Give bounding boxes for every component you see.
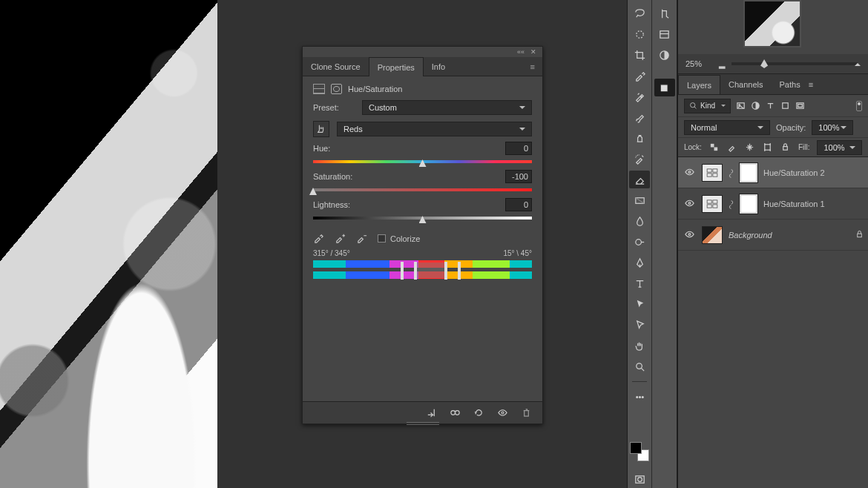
visibility-icon[interactable] xyxy=(683,198,696,210)
quick-mask-icon[interactable] xyxy=(629,470,650,488)
lock-pixels-icon[interactable] xyxy=(727,142,737,153)
direct-select-tool-icon[interactable] xyxy=(629,316,650,334)
eyedropper-add-icon[interactable] xyxy=(335,232,346,245)
crop-tool-icon[interactable] xyxy=(629,46,650,64)
preset-select[interactable]: Custom xyxy=(362,100,532,115)
color-range-spectrum[interactable] xyxy=(313,260,532,281)
layer-row[interactable]: Hue/Saturation 1 xyxy=(678,188,868,220)
healing-brush-tool-icon[interactable] xyxy=(629,88,650,105)
lock-transparent-icon[interactable] xyxy=(709,142,720,153)
panel-icon[interactable] xyxy=(654,4,675,22)
zoom-slider[interactable] xyxy=(731,62,858,65)
brush-tool-icon[interactable] xyxy=(629,108,650,126)
blur-tool-icon[interactable] xyxy=(629,212,650,230)
navigator-thumbnail[interactable] xyxy=(743,0,801,47)
eraser-tool-icon[interactable] xyxy=(629,171,650,188)
color-swatches[interactable] xyxy=(630,442,649,461)
view-previous-icon[interactable] xyxy=(449,407,461,419)
eyedropper-icon[interactable] xyxy=(313,232,324,245)
zoom-tool-icon[interactable] xyxy=(629,357,650,375)
layer-row[interactable]: Hue/Saturation 2 xyxy=(678,157,868,188)
trash-icon[interactable] xyxy=(520,407,532,419)
lightness-slider[interactable] xyxy=(313,214,532,222)
tab-channels[interactable]: Channels xyxy=(720,75,771,94)
filter-adjust-icon[interactable] xyxy=(750,101,760,111)
zoom-value[interactable]: 25% xyxy=(678,59,714,68)
history-brush-tool-icon[interactable] xyxy=(629,150,650,168)
close-icon[interactable]: ✕ xyxy=(530,48,536,56)
collapse-icon[interactable]: «« xyxy=(517,48,525,56)
svg-point-0 xyxy=(450,411,455,415)
type-tool-icon[interactable] xyxy=(629,274,650,292)
visibility-icon[interactable] xyxy=(683,167,696,179)
panel-menu-icon[interactable]: ≡ xyxy=(809,80,813,89)
dodge-tool-icon[interactable] xyxy=(629,233,650,251)
layer-name[interactable]: Hue/Saturation 2 xyxy=(763,168,864,177)
eyedropper-subtract-icon[interactable] xyxy=(356,232,367,245)
channel-select[interactable]: Reds xyxy=(337,122,532,136)
filter-pixel-icon[interactable] xyxy=(735,101,746,111)
layer-name[interactable]: Background xyxy=(729,231,849,240)
panel-menu-icon[interactable]: ≡ xyxy=(523,62,542,71)
canvas-viewport[interactable] xyxy=(0,0,217,488)
pen-tool-icon[interactable] xyxy=(629,254,650,271)
clone-stamp-tool-icon[interactable] xyxy=(629,129,650,147)
lasso-tool-icon[interactable] xyxy=(629,4,650,22)
lock-icon xyxy=(855,230,864,240)
blend-mode-select[interactable]: Normal xyxy=(684,120,770,135)
filter-toggle[interactable] xyxy=(856,101,862,111)
filter-shape-icon[interactable] xyxy=(780,101,790,111)
visibility-icon[interactable] xyxy=(496,407,508,419)
zoom-in-icon[interactable] xyxy=(855,60,861,66)
quick-select-tool-icon[interactable] xyxy=(629,25,650,43)
lock-artboard-icon[interactable] xyxy=(763,142,773,153)
tab-paths[interactable]: Paths xyxy=(772,75,809,94)
panel-icon[interactable] xyxy=(654,25,675,43)
fill-value[interactable]: 100% xyxy=(817,140,862,155)
mask-icon[interactable] xyxy=(331,84,342,94)
lock-all-icon[interactable] xyxy=(780,142,791,153)
svg-point-3 xyxy=(636,30,642,37)
lightness-value[interactable]: 0 xyxy=(505,198,532,211)
saturation-slider[interactable] xyxy=(313,186,532,194)
range-handle[interactable] xyxy=(458,262,461,280)
zoom-out-icon[interactable]: ▂ xyxy=(717,59,727,69)
visibility-icon[interactable] xyxy=(683,229,696,241)
edit-toolbar-icon[interactable] xyxy=(629,388,650,406)
targeted-adjust-tool[interactable] xyxy=(313,121,329,137)
reset-icon[interactable] xyxy=(473,407,484,419)
tab-properties[interactable]: Properties xyxy=(369,57,424,76)
colorize-checkbox[interactable]: Colorize xyxy=(378,234,420,243)
resize-handle[interactable] xyxy=(407,422,439,425)
range-handle[interactable] xyxy=(401,262,404,280)
panel-icon[interactable] xyxy=(654,46,675,64)
lock-position-icon[interactable] xyxy=(745,142,755,153)
hand-tool-icon[interactable] xyxy=(629,337,650,355)
mask-thumb[interactable] xyxy=(740,194,757,214)
adjustment-icon[interactable] xyxy=(313,84,325,94)
tab-info[interactable]: Info xyxy=(424,57,453,76)
gradient-tool-icon[interactable] xyxy=(629,191,650,209)
filter-smart-icon[interactable] xyxy=(795,101,805,111)
zoom-slider-thumb[interactable] xyxy=(760,59,768,68)
range-handle[interactable] xyxy=(444,262,447,280)
range-handle[interactable] xyxy=(414,262,417,280)
tab-layers[interactable]: Layers xyxy=(678,75,720,94)
mask-thumb[interactable] xyxy=(740,163,757,182)
svg-point-5 xyxy=(635,239,641,245)
filter-type-icon[interactable] xyxy=(765,101,775,111)
saturation-value[interactable]: -100 xyxy=(505,170,532,183)
hue-value[interactable]: 0 xyxy=(505,142,532,155)
svg-rect-34 xyxy=(707,204,711,207)
eyedropper-tool-icon[interactable] xyxy=(629,67,650,85)
tab-clone-source[interactable]: Clone Source xyxy=(303,57,369,76)
opacity-value[interactable]: 100% xyxy=(812,120,853,135)
panel-icon[interactable] xyxy=(654,79,675,96)
filter-kind-select[interactable]: Kind xyxy=(684,99,731,113)
foreground-color-swatch[interactable] xyxy=(630,442,642,454)
path-select-tool-icon[interactable] xyxy=(629,295,650,313)
layer-row[interactable]: Background xyxy=(678,220,868,251)
clip-to-layer-icon[interactable] xyxy=(425,407,437,419)
hue-slider[interactable] xyxy=(313,158,532,165)
layer-name[interactable]: Hue/Saturation 1 xyxy=(763,200,864,208)
